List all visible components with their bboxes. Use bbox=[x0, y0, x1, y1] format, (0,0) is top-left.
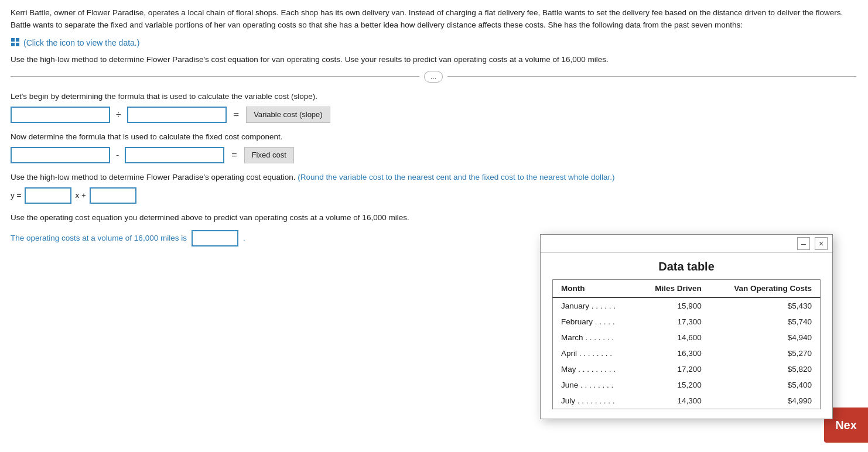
cell-miles: 16,300 bbox=[636, 345, 710, 361]
section3-label: Use the high-low method to determine Flo… bbox=[11, 173, 856, 182]
fixed-cost-input2[interactable] bbox=[125, 147, 224, 163]
col-header-miles: Miles Driven bbox=[636, 280, 710, 298]
cell-cost: $5,400 bbox=[710, 377, 821, 393]
table-row: April . . . . . . . .16,300$5,270 bbox=[553, 345, 821, 361]
cell-cost: $4,990 bbox=[710, 393, 821, 409]
fixed-cost-formula-row: - = Fixed cost bbox=[11, 147, 856, 163]
cell-month: January . . . . . . bbox=[553, 297, 636, 314]
close-button[interactable]: × bbox=[815, 237, 828, 250]
divider-line-right bbox=[447, 76, 856, 77]
divider: ... bbox=[11, 71, 856, 83]
variable-cost-result: Variable cost (slope) bbox=[246, 107, 330, 123]
cell-miles: 17,200 bbox=[636, 361, 710, 377]
data-table-inner: Month Miles Driven Van Operating Costs J… bbox=[541, 279, 832, 419]
cell-cost: $5,740 bbox=[710, 314, 821, 330]
section1-label: Let's begin by determining the formula t… bbox=[11, 92, 856, 101]
data-link-row: (Click the icon to view the data.) bbox=[11, 37, 856, 48]
cell-miles: 15,900 bbox=[636, 297, 710, 314]
section4-label: Use the operating cost equation you dete… bbox=[11, 213, 856, 222]
y-label: y = bbox=[11, 191, 21, 200]
question1: Use the high-low method to determine Flo… bbox=[11, 54, 856, 66]
operating-costs-input[interactable] bbox=[192, 230, 238, 246]
grid-icon[interactable] bbox=[11, 37, 21, 48]
fixed-cost-result: Fixed cost bbox=[244, 147, 294, 163]
x-label: x + bbox=[75, 191, 86, 200]
intro-paragraph: Kerri Battle, owner of Flower Paradise, … bbox=[11, 7, 856, 32]
cell-month: May . . . . . . . . . bbox=[553, 361, 636, 377]
table-row: May . . . . . . . . .17,200$5,820 bbox=[553, 361, 821, 377]
svg-rect-2 bbox=[11, 43, 15, 46]
cell-cost: $5,270 bbox=[710, 345, 821, 361]
cost-equation-row: y = x + bbox=[11, 187, 856, 204]
popup-titlebar: – × bbox=[541, 235, 832, 253]
cell-cost: $5,430 bbox=[710, 297, 821, 314]
svg-rect-3 bbox=[16, 43, 19, 46]
variable-cost-input2[interactable] bbox=[127, 107, 227, 123]
divider-dots: ... bbox=[424, 71, 443, 83]
col-header-costs: Van Operating Costs bbox=[710, 280, 821, 298]
cell-miles: 17,300 bbox=[636, 314, 710, 330]
table-row: July . . . . . . . . .14,300$4,990 bbox=[553, 393, 821, 409]
section2-label: Now determine the formula that is used t… bbox=[11, 132, 856, 141]
minus-operator: - bbox=[115, 150, 120, 160]
table-row: February . . . . .17,300$5,740 bbox=[553, 314, 821, 330]
table-header-row: Month Miles Driven Van Operating Costs bbox=[553, 280, 821, 298]
cell-cost: $4,940 bbox=[710, 330, 821, 345]
section3-hint: (Round the variable cost to the nearest … bbox=[298, 173, 614, 182]
table-row: January . . . . . .15,900$5,430 bbox=[553, 297, 821, 314]
cell-miles: 14,600 bbox=[636, 330, 710, 345]
col-header-month: Month bbox=[553, 280, 636, 298]
cell-month: February . . . . . bbox=[553, 314, 636, 330]
variable-cost-formula-row: ÷ = Variable cost (slope) bbox=[11, 107, 856, 123]
svg-rect-0 bbox=[11, 38, 15, 42]
slope-input[interactable] bbox=[25, 187, 71, 204]
divide-operator: ÷ bbox=[115, 109, 122, 120]
main-content: Kerri Battle, owner of Flower Paradise, … bbox=[0, 0, 867, 254]
data-table-popup: – × Data table Month Miles Driven Van Op… bbox=[540, 234, 833, 419]
equals-operator1: = bbox=[231, 109, 241, 120]
fixed-input[interactable] bbox=[90, 187, 136, 204]
cell-miles: 15,200 bbox=[636, 377, 710, 393]
cell-month: April . . . . . . . . bbox=[553, 345, 636, 361]
cell-cost: $5,820 bbox=[710, 361, 821, 377]
data-link[interactable]: (Click the icon to view the data.) bbox=[23, 38, 139, 47]
svg-rect-1 bbox=[16, 38, 19, 42]
data-table-body: January . . . . . .15,900$5,430February … bbox=[553, 297, 821, 409]
operating-costs-prefix: The operating costs at a volume of 16,00… bbox=[11, 234, 187, 242]
minimize-button[interactable]: – bbox=[797, 237, 810, 250]
variable-cost-input1[interactable] bbox=[11, 107, 110, 123]
fixed-cost-input1[interactable] bbox=[11, 147, 110, 163]
cell-miles: 14,300 bbox=[636, 393, 710, 409]
table-row: March . . . . . . .14,600$4,940 bbox=[553, 330, 821, 345]
data-table: Month Miles Driven Van Operating Costs J… bbox=[552, 279, 821, 409]
section3-main-label: Use the high-low method to determine Flo… bbox=[11, 173, 296, 182]
divider-line-left bbox=[11, 76, 419, 77]
intro-text-span: Kerri Battle, owner of Flower Paradise, … bbox=[11, 8, 843, 29]
cell-month: March . . . . . . . bbox=[553, 330, 636, 345]
grid-svg bbox=[11, 37, 21, 48]
operating-costs-suffix: . bbox=[243, 234, 245, 242]
equals-operator2: = bbox=[229, 150, 239, 160]
cell-month: July . . . . . . . . . bbox=[553, 393, 636, 409]
data-table-title: Data table bbox=[541, 253, 832, 279]
table-row: June . . . . . . . .15,200$5,400 bbox=[553, 377, 821, 393]
cell-month: June . . . . . . . . bbox=[553, 377, 636, 393]
